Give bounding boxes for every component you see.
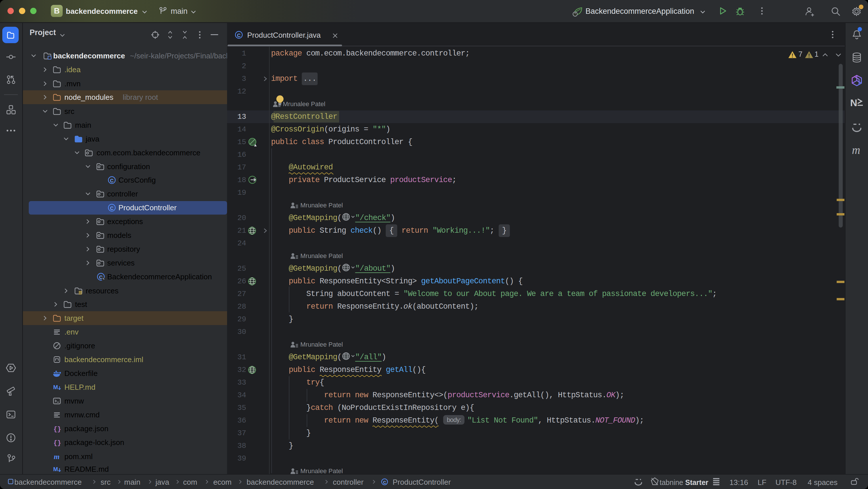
svg-text:C: C: [110, 206, 114, 211]
svg-text:{}: {}: [54, 439, 61, 447]
svg-text:C: C: [110, 178, 114, 183]
svg-text:C: C: [383, 480, 386, 485]
svg-text:C: C: [237, 33, 241, 38]
svg-text:M: M: [53, 384, 58, 390]
svg-text:M: M: [53, 466, 58, 472]
svg-text:{}: {}: [54, 426, 61, 433]
svg-text:m: m: [54, 453, 60, 461]
